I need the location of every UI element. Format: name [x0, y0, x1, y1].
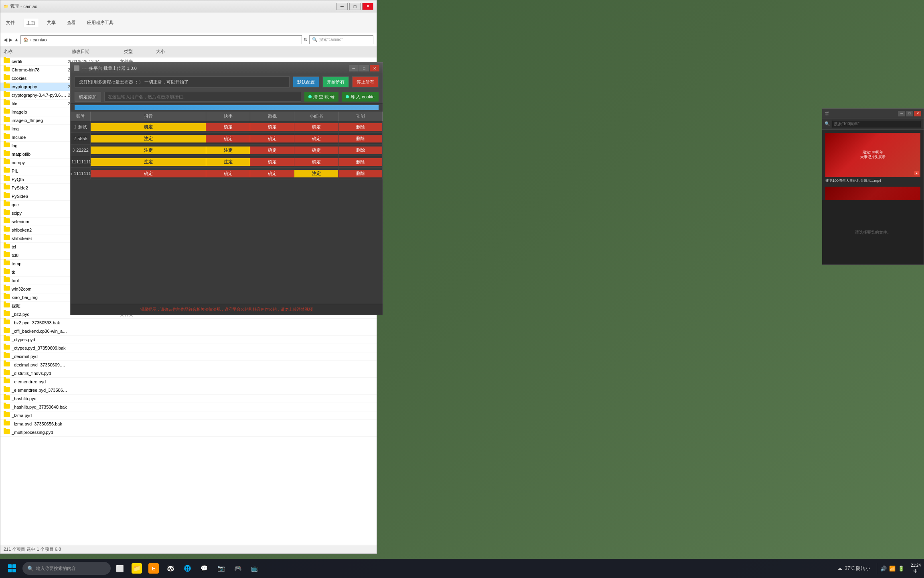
file-item[interactable]: _hashlib.pyd [0, 395, 377, 403]
td-weidian[interactable]: 确定 [250, 168, 294, 179]
delete-btn[interactable]: 删除 [338, 123, 382, 131]
col-header-type[interactable]: 类型 [121, 48, 153, 55]
td-weidian[interactable]: 确定 [250, 133, 294, 144]
col-header-date[interactable]: 修改日期 [69, 48, 121, 55]
td-kuaishou[interactable]: 确定 [206, 168, 250, 179]
taobao-cell[interactable]: 注定 [91, 135, 206, 142]
taobao-cell[interactable]: 确定 [91, 170, 206, 177]
xiaohongshu-cell[interactable]: 确定 [294, 158, 338, 166]
ribbon-tab-file[interactable]: 文件 [4, 19, 17, 26]
ribbon-tab-view[interactable]: 查看 [65, 19, 78, 26]
app3-taskbar-btn[interactable]: 🐼 [163, 560, 178, 576]
taskbar-clock[interactable]: 21:24 中 [911, 563, 921, 574]
td-taobao[interactable]: 确定 [91, 168, 206, 179]
delete-btn[interactable]: 删除 [338, 147, 382, 154]
file-item[interactable]: _hashlib.pyd_37350640.bak [0, 403, 377, 411]
refresh-btn[interactable]: ↻ [304, 37, 308, 43]
explorer-minimize-btn[interactable]: ─ [336, 3, 348, 10]
media-thumbnail-1[interactable]: 建党100周年大事记片头展示 ● [825, 133, 920, 177]
file-item[interactable]: _elementtree.pyd_37350625 [0, 386, 377, 395]
weidian-cell[interactable]: 确定 [250, 170, 294, 177]
td-func[interactable]: 删除 [338, 168, 383, 179]
td-kuaishou[interactable]: 确定 [206, 133, 250, 144]
td-func[interactable]: 删除 [338, 133, 383, 144]
xiaohongshu-cell[interactable]: 确定 [294, 123, 338, 131]
media-maximize-btn[interactable]: □ [906, 111, 913, 116]
nav-back-btn[interactable]: ◀ [4, 37, 7, 43]
task-view-btn[interactable]: ⬜ [112, 560, 128, 576]
tray-icon-3[interactable]: 🔋 [898, 566, 904, 572]
col-header-name[interactable]: 名称 [0, 48, 69, 55]
app8-taskbar-btn[interactable]: 📺 [247, 560, 262, 576]
xiaohongshu-cell[interactable]: 确定 [294, 135, 338, 142]
weidian-cell[interactable]: 确定 [250, 158, 294, 166]
file-item[interactable]: _decimal.pyd_37350609.bak [0, 361, 377, 369]
upload-maximize-btn[interactable]: □ [359, 65, 369, 71]
weidian-cell[interactable]: 确定 [250, 147, 294, 154]
td-weidian[interactable]: 确定 [250, 144, 294, 156]
default-config-btn[interactable]: 默认配置 [293, 76, 319, 88]
td-func[interactable]: 删除 [338, 156, 383, 167]
td-weidian[interactable]: 确定 [250, 156, 294, 167]
upload-minimize-btn[interactable]: ─ [349, 65, 359, 71]
nav-up-btn[interactable]: ▲ [14, 37, 19, 43]
file-item[interactable]: _cffi_backend.cp36-win_amd [0, 327, 377, 336]
xiaohongshu-cell[interactable]: 注定 [294, 170, 338, 177]
file-item[interactable]: _ctypes.pyd_37350609.bak [0, 344, 377, 352]
kuaishou-cell[interactable]: 注定 [206, 158, 250, 166]
delete-btn[interactable]: 删除 [338, 158, 382, 166]
td-weidian[interactable]: 确定 [250, 121, 294, 132]
td-xiaohongshu[interactable]: 注定 [294, 168, 338, 179]
td-func[interactable]: 删除 [338, 121, 383, 132]
file-item[interactable]: _lzma.pyd [0, 411, 377, 420]
file-item[interactable]: _multiprocessing.pyd [0, 428, 377, 437]
search-input[interactable]: 🔍 搜索"cainiao" [309, 35, 373, 44]
delete-btn[interactable]: 删除 [338, 170, 382, 177]
media-thumbnail-2[interactable]: 三维E3D建党100周年时间轴历史展示 ● [825, 187, 920, 200]
td-xiaohongshu[interactable]: 确定 [294, 133, 338, 144]
explorer-maximize-btn[interactable]: □ [349, 3, 361, 10]
td-xiaohongshu[interactable]: 确定 [294, 144, 338, 156]
upload-close-btn[interactable]: ✕ [370, 65, 379, 71]
tray-icon-2[interactable]: 📶 [889, 566, 896, 572]
file-item[interactable]: _bz2.pyd_37350593.bak [0, 319, 377, 327]
app2-taskbar-btn[interactable]: E [146, 560, 161, 576]
td-kuaishou[interactable]: 注定 [206, 144, 250, 156]
kuaishou-cell[interactable]: 确定 [206, 135, 250, 142]
file-explorer-taskbar-btn[interactable]: 📁 [129, 560, 144, 576]
ribbon-tab-share[interactable]: 共享 [45, 19, 58, 26]
kuaishou-cell[interactable]: 确定 [206, 123, 250, 131]
taobao-cell[interactable]: 确定 [91, 123, 206, 131]
ribbon-tab-home[interactable]: 主页 [24, 19, 38, 27]
tray-icon-1[interactable]: 🔊 [880, 566, 887, 572]
td-taobao[interactable]: 确定 [91, 121, 206, 132]
td-taobao[interactable]: 注定 [91, 133, 206, 144]
username-input[interactable] [104, 92, 301, 102]
stop-all-btn[interactable]: 停止所有 [352, 76, 379, 88]
file-item[interactable]: _elementtree.pyd [0, 378, 377, 386]
kuaishou-cell[interactable]: 确定 [206, 170, 250, 177]
td-func[interactable]: 删除 [338, 144, 383, 156]
taobao-cell[interactable]: 注定 [91, 158, 206, 166]
media-close-btn[interactable]: ✕ [914, 111, 921, 116]
td-kuaishou[interactable]: 注定 [206, 156, 250, 167]
kuaishou-cell[interactable]: 注定 [206, 147, 250, 154]
app7-taskbar-btn[interactable]: 🎮 [230, 560, 245, 576]
app6-taskbar-btn[interactable]: 📷 [213, 560, 229, 576]
td-xiaohongshu[interactable]: 确定 [294, 156, 338, 167]
app4-taskbar-btn[interactable]: 🌐 [180, 560, 195, 576]
xiaohongshu-cell[interactable]: 确定 [294, 147, 338, 154]
file-item[interactable]: _distutils_findvs.pyd [0, 369, 377, 378]
file-item[interactable]: _decimal.pyd [0, 352, 377, 361]
empty-account-btn[interactable]: 清 空 账 号 [304, 92, 338, 102]
td-taobao[interactable]: 注定 [91, 144, 206, 156]
td-kuaishou[interactable]: 确定 [206, 121, 250, 132]
start-all-btn[interactable]: 开始所有 [322, 76, 349, 88]
import-cookie-btn[interactable]: 导 入 cookie [342, 92, 379, 102]
weidian-cell[interactable]: 确定 [250, 135, 294, 142]
weidian-cell[interactable]: 确定 [250, 123, 294, 131]
media-minimize-btn[interactable]: ─ [898, 111, 905, 116]
file-item[interactable]: _lzma.pyd_37350656.bak [0, 420, 377, 428]
file-item[interactable]: _ctypes.pyd [0, 336, 377, 344]
td-taobao[interactable]: 注定 [91, 156, 206, 167]
